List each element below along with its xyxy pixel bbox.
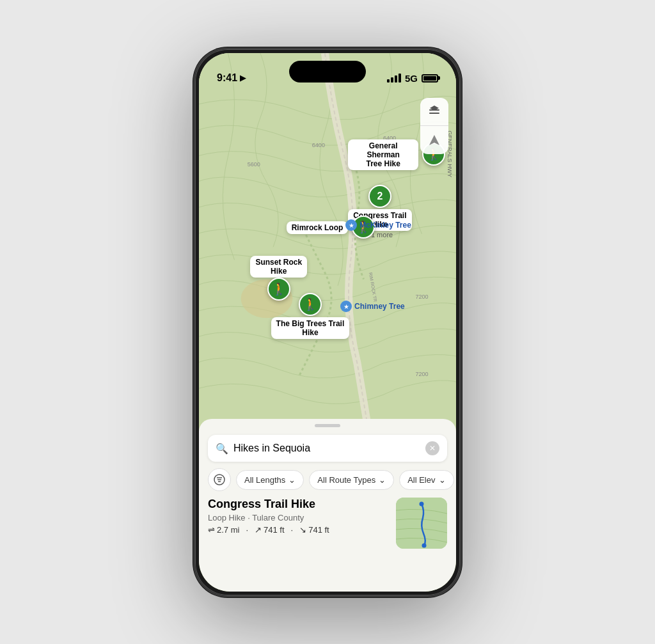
filter-all-route-types-label: All Route Types [317,475,375,485]
phone-frame: 9:41 ▶ 5G [193,47,462,597]
poi-chimney-tree[interactable]: ★ Chimney Tree [340,301,405,312]
trail-marker-big-trees[interactable]: 🚶 The Big Trees TrailHike [271,293,350,339]
cluster-icon: 2 [368,185,391,208]
filter-all-elev-arrow: ⌄ [439,475,446,485]
search-icon: 🔍 [216,443,228,455]
general-sherman-label: General ShermanTree Hike [348,139,418,170]
topo-map-svg: GENERALS HWY 5600 6400 6400 7200 7200 RI… [199,53,456,441]
status-right: 5G [387,73,438,84]
phone-screen: 9:41 ▶ 5G [199,53,456,592]
card-stats: ⇌ 2.7 mi · ↗ 741 ft · ↘ 741 ft [208,525,388,535]
signal-bar-1 [387,79,390,82]
search-query[interactable]: Hikes in Sequoia [233,443,420,454]
filter-all-lengths-label: All Lengths [244,475,285,485]
svg-text:5600: 5600 [248,161,260,167]
card-title: Congress Trail Hike [208,498,388,511]
signal-bar-3 [395,75,397,82]
battery-fill [423,76,436,81]
big-trees-label: The Big Trees TrailHike [271,317,350,339]
elevation-gain-value: 741 ft [264,525,285,535]
card-stat-elevation-loss: ↘ 741 ft [299,525,329,535]
map-area[interactable]: GENERALS HWY 5600 6400 6400 7200 7200 RI… [199,53,456,441]
search-clear-button[interactable]: ✕ [425,441,439,455]
filter-all-route-types-arrow: ⌄ [379,475,386,485]
filter-row: All Lengths ⌄ All Route Types ⌄ All Elev… [199,468,456,498]
search-bar[interactable]: 🔍 Hikes in Sequoia ✕ [208,435,447,462]
svg-text:7200: 7200 [415,293,428,299]
distance-value: 2.7 mi [217,525,239,535]
card-subtitle: Loop Hike · Tulare County [208,513,388,522]
svg-point-19 [422,544,427,548]
phone-body: 9:41 ▶ 5G [193,47,462,597]
dynamic-island [289,61,366,82]
result-card-congress[interactable]: Congress Trail Hike Loop Hike · Tulare C… [199,498,456,549]
big-trees-icon: 🚶 [299,293,322,316]
filter-all-elev-label: All Elev [407,475,435,485]
filter-all-lengths[interactable]: All Lengths ⌄ [236,470,304,490]
svg-marker-12 [429,135,439,145]
poi-mckinley-tree[interactable]: ★ McKinley Tree [345,219,411,231]
svg-text:6400: 6400 [312,141,325,148]
volume-up-button[interactable] [193,158,195,196]
chimney-tree-label: Chimney Tree [354,302,405,311]
filter-all-elev[interactable]: All Elev ⌄ [399,470,454,490]
filter-all-route-types[interactable]: All Route Types ⌄ [309,470,394,490]
location-indicator: ▶ [240,74,246,82]
map-controls [420,98,448,154]
filter-sort-button[interactable] [208,468,231,491]
svg-point-18 [420,502,424,507]
signal-bar-2 [391,77,393,82]
elevation-down-icon: ↘ [299,525,306,535]
network-type: 5G [405,73,418,84]
signal-bars [387,74,401,82]
signal-bar-4 [399,74,401,82]
bottom-sheet: 🔍 Hikes in Sequoia ✕ [199,419,456,591]
mckinley-star-icon: ★ [345,219,357,231]
elevation-up-icon: ↗ [255,525,262,535]
filter-all-lengths-arrow: ⌄ [288,475,296,485]
sunset-rock-label: Sunset RockHike [250,256,307,278]
card-stat-elevation-gain: ↗ 741 ft [255,525,285,535]
volume-down-button[interactable] [193,206,195,244]
location-button[interactable] [420,126,448,154]
thumbnail-route-svg [396,498,447,549]
time-display: 9:41 [217,72,237,84]
sheet-handle [315,424,340,427]
svg-text:7200: 7200 [415,371,428,377]
map-layers-button[interactable] [420,98,448,126]
rimrock-label: Rimrock Loop [287,221,349,234]
battery-icon [422,74,438,82]
mute-button[interactable] [193,126,195,148]
status-time: 9:41 ▶ [217,72,246,84]
mckinley-tree-label: McKinley Tree [359,221,411,230]
svg-rect-10 [429,113,439,114]
power-button[interactable] [460,164,462,216]
elevation-loss-value: 741 ft [308,525,329,535]
svg-rect-0 [199,53,456,441]
chimney-star-icon: ★ [340,301,352,312]
distance-icon: ⇌ [208,525,215,535]
card-info: Congress Trail Hike Loop Hike · Tulare C… [208,498,388,535]
card-thumbnail[interactable] [396,498,447,549]
card-stat-distance: ⇌ 2.7 mi [208,525,239,535]
